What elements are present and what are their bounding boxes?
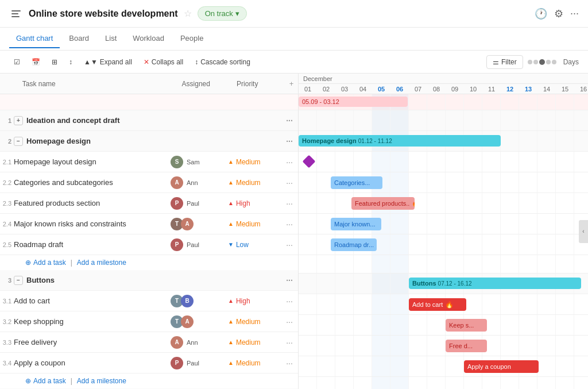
divider-2: | <box>71 259 72 267</box>
settings-icon[interactable]: ⚙ <box>554 7 563 20</box>
task-more-3-2[interactable]: ··· <box>281 317 298 326</box>
calendar-btn[interactable]: 📅 <box>27 56 45 68</box>
task-name-3-4: Apply a coupon <box>14 359 65 367</box>
collapse-all-button[interactable]: ✕ Collaps all <box>139 56 188 68</box>
section3-bar-date: 07.12 - 16.12 <box>438 280 472 287</box>
add-milestone-btn-3[interactable]: Add a milestone <box>77 377 126 385</box>
fire-icon-2-3: 🔥 <box>412 199 415 207</box>
gantt-day-02: 02 <box>317 86 335 93</box>
task-assigned-2-4: T A <box>166 218 223 230</box>
gantt-rows: 05.09 - 03.12 <box>299 94 588 389</box>
status-badge[interactable]: On track ▾ <box>198 6 247 21</box>
gantt-row-2-3: Featured products.. 🔥 <box>299 193 588 214</box>
gantt-bar-2-5: Roadmap dr... <box>331 238 377 251</box>
sort-btn[interactable]: ↕ <box>64 56 77 68</box>
task-more-2-4[interactable]: ··· <box>281 219 298 229</box>
gantt-cell-spacer-09 <box>446 94 464 110</box>
task-name-3-3: Free delivery <box>14 338 57 346</box>
gantt-cell-spacer-13 <box>519 94 537 110</box>
task-name-cell-3-3: Free delivery <box>14 338 166 346</box>
checkbox-icon: ☑ <box>14 58 20 66</box>
more-icon[interactable]: ··· <box>570 7 579 20</box>
priority-label-2-5: Low <box>236 241 249 249</box>
task-name-cell-2-1: Homepage layout design <box>14 157 166 166</box>
tab-gantt-chart[interactable]: Gantt chart <box>9 29 60 48</box>
divider-3: | <box>71 377 72 385</box>
gantt-cell-spacer-08 <box>427 94 446 110</box>
gantt-days-row: 01 02 03 04 05 06 07 08 09 10 11 12 13 1… <box>299 84 588 94</box>
add-task-section-2: ⊕ Add a task | Add a milestone <box>0 255 298 270</box>
add-milestone-btn-2[interactable]: Add a milestone <box>77 259 126 267</box>
history-icon[interactable]: 🕐 <box>535 7 547 20</box>
task-more-2-5[interactable]: ··· <box>281 240 298 249</box>
add-task-btn-2[interactable]: ⊕ Add a task <box>25 259 66 267</box>
task-list-panel: Task name Assigned Priority + 1 + Ideati… <box>0 74 299 389</box>
project-title: Online store website development <box>29 9 178 19</box>
gantt-bar-2-4: Major known... <box>331 218 381 230</box>
tab-board[interactable]: Board <box>62 29 96 48</box>
gantt-cell-spacer-07 <box>409 94 427 110</box>
task-priority-3-2: ▲ Medium <box>223 318 281 326</box>
priority-label-2-2: Medium <box>236 179 261 187</box>
gantt-row-3-2: Keep s... <box>299 315 588 336</box>
gantt-day-01: 01 <box>299 86 317 93</box>
section-toggle-1[interactable]: + <box>14 116 23 125</box>
task-assigned-3-2: T A <box>166 315 223 328</box>
zoom-slider[interactable] <box>528 59 556 65</box>
task-assigned-3-1: T B <box>166 295 223 307</box>
section-row-1: 1 + Ideation and concept draft ··· <box>0 110 298 131</box>
avatar-paul-2-5: P <box>171 238 183 251</box>
gantt-row-3-4: Apply a coupon <box>299 356 588 377</box>
task-more-3-3[interactable]: ··· <box>281 338 298 347</box>
add-task-label-2: Add a task <box>33 259 66 267</box>
checkbox-btn[interactable]: ☑ <box>9 56 25 68</box>
table-header: Task name Assigned Priority + <box>0 74 298 94</box>
section-more-1[interactable]: ··· <box>281 116 298 125</box>
avatar-ann-2-2: A <box>171 176 183 189</box>
gantt-cell-spacer-15 <box>556 94 574 110</box>
task-more-2-3[interactable]: ··· <box>281 199 298 208</box>
slider-dot-3 <box>539 59 545 65</box>
task-name-2-1: Homepage layout design <box>14 157 96 166</box>
avatar-t2-2-4: A <box>181 218 194 230</box>
section-more-3[interactable]: ··· <box>281 276 298 285</box>
nav-tabs: Gantt chart Board List Workload People <box>0 28 588 51</box>
expand-all-button[interactable]: ▲▼ Expand all <box>79 56 137 68</box>
section-toggle-3[interactable]: − <box>14 276 23 285</box>
fire-icon-3-1: 🔥 <box>445 301 454 309</box>
favorite-icon[interactable]: ☆ <box>184 8 192 19</box>
task-name-3-2: Keep shopping <box>14 317 64 326</box>
app-container: Online store website development ☆ On tr… <box>0 0 588 389</box>
section-name-cell-1: + Ideation and concept draft <box>14 116 166 125</box>
task-more-2-2[interactable]: ··· <box>281 178 298 187</box>
gantt-bar-3-4: Apply a coupon <box>464 360 539 373</box>
filter-button[interactable]: ⚌ Filter <box>486 55 523 69</box>
add-task-btn-3[interactable]: ⊕ Add a task <box>25 377 66 385</box>
gantt-row-2-2: Categories... <box>299 172 588 193</box>
cascade-sort-button[interactable]: ↕ Cascade sorting <box>190 56 255 68</box>
col-header-add[interactable]: + <box>287 79 298 88</box>
gantt-day-09: 09 <box>446 86 464 93</box>
task-row-3-4: 3.4 Apply a coupon P Paul ▲ Medium ··· <box>0 353 298 373</box>
tab-list[interactable]: List <box>98 29 123 48</box>
gantt-day-15: 15 <box>556 86 574 93</box>
section-more-2[interactable]: ··· <box>281 137 298 146</box>
panel-collapse-btn[interactable]: ‹ <box>579 220 588 243</box>
grid-btn[interactable]: ⊞ <box>47 56 62 68</box>
task-priority-3-4: ▲ Medium <box>223 359 281 367</box>
tab-workload[interactable]: Workload <box>126 29 171 48</box>
gantt-bar-3-3: Free d... <box>446 340 487 352</box>
filter-icon: ⚌ <box>493 58 499 66</box>
task-more-2-1[interactable]: ··· <box>281 157 298 167</box>
tab-people[interactable]: People <box>173 29 210 48</box>
section-toggle-2[interactable]: − <box>14 137 23 146</box>
gantt-row-2-5: Roadmap dr... <box>299 234 588 255</box>
task-name-cell-3-4: Apply a coupon <box>14 359 166 367</box>
task-name-cell-3-1: Add to cart <box>14 296 166 305</box>
gantt-header: December 01 02 03 04 05 06 07 08 09 10 1… <box>299 74 588 94</box>
task-more-3-4[interactable]: ··· <box>281 359 298 368</box>
task-num-3-4: 3.4 <box>0 360 14 367</box>
task-more-3-1[interactable]: ··· <box>281 296 298 306</box>
task-name-cell-2-2: Categories and subcategories <box>14 178 166 187</box>
task-num-3-1: 3.1 <box>0 298 14 305</box>
